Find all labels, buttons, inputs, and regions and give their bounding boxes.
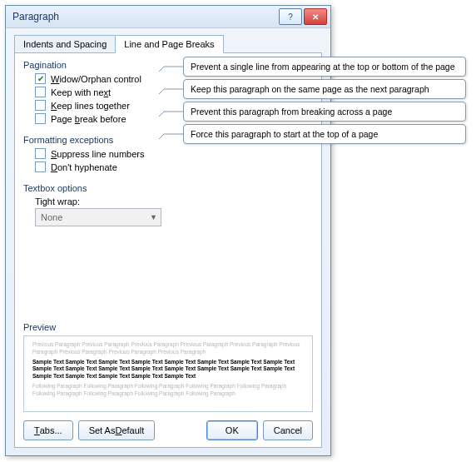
window-title: Paragraph [12,11,279,22]
tab-indents-spacing[interactable]: Indents and Spacing [14,35,116,53]
preview-previous-text: Previous Paragraph Previous Paragraph Pr… [32,341,304,356]
button-row: Tabs... Set As Default OK Cancel [23,420,313,440]
checkbox-icon [35,113,46,124]
callout-page-break: Force this paragraph to start at the top… [183,124,466,144]
checkbox-icon [35,161,46,172]
help-button[interactable]: ? [279,8,302,25]
tab-line-page-breaks[interactable]: Line and Page Breaks [115,35,223,53]
checkbox-icon [35,148,46,159]
group-title-preview: Preview [23,322,313,332]
checkbox-label: Keep with next [51,87,111,97]
callout-widow: Prevent a single line from appearing at … [183,57,466,77]
checkbox-label: Suppress line numbers [51,149,145,159]
checkbox-label: Keep lines together [51,101,130,111]
close-button[interactable]: ✕ [304,8,327,25]
preview-box: Previous Paragraph Previous Paragraph Pr… [23,335,313,412]
preview-sample-text: Sample Text Sample Text Sample Text Samp… [32,359,304,380]
checkbox-suppress-line-numbers[interactable]: Suppress line numbers [35,148,313,159]
set-default-button[interactable]: Set As Default [78,420,156,440]
group-textbox-options: Textbox options Tight wrap: None ▼ [23,183,313,226]
titlebar: Paragraph ? ✕ [6,6,330,28]
group-preview: Preview Previous Paragraph Previous Para… [23,322,313,412]
callout-keep-next: Keep this paragraph on the same page as … [183,79,466,99]
cancel-button[interactable]: Cancel [263,420,313,440]
tight-wrap-label: Tight wrap: [35,196,313,206]
callout-keep-together: Prevent this paragraph from breaking acr… [183,102,466,122]
checkbox-icon [35,100,46,111]
window-buttons: ? ✕ [279,8,327,25]
tab-strip: Indents and Spacing Line and Page Breaks [14,35,322,53]
tabs-button[interactable]: Tabs... [23,420,73,440]
checkbox-label: Widow/Orphan control [51,74,141,84]
chevron-down-icon: ▼ [150,213,157,221]
checkbox-icon [35,87,46,97]
checkbox-label: Don't hyphenate [51,162,117,172]
preview-following-text: Following Paragraph Following Paragraph … [32,383,304,398]
ok-button[interactable]: OK [206,420,258,440]
callout-annotations: Prevent a single line from appearing at … [183,57,466,147]
group-title-textbox: Textbox options [23,183,313,193]
tight-wrap-dropdown: None ▼ [35,208,161,226]
dropdown-value: None [41,212,62,222]
checkbox-icon [35,73,46,84]
checkbox-label: Page break before [51,114,126,124]
checkbox-dont-hyphenate[interactable]: Don't hyphenate [35,161,313,172]
